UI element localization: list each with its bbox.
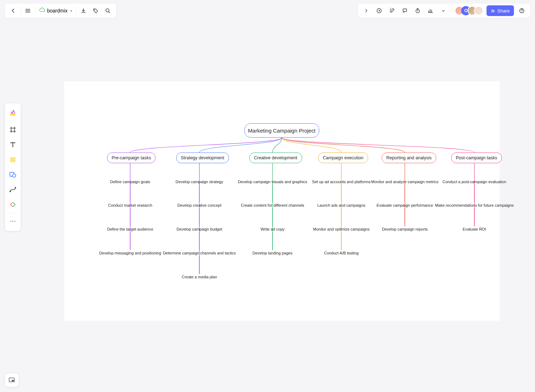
- ai-tool[interactable]: [6, 105, 19, 120]
- separator: [20, 7, 21, 15]
- mindmap-task[interactable]: Conduct market research: [108, 203, 152, 207]
- side-toolbar: [5, 103, 21, 231]
- mindmap-task[interactable]: Develop messaging and positioning: [99, 251, 161, 255]
- separator: [35, 7, 35, 15]
- comment-button[interactable]: [399, 5, 411, 17]
- connector-tool[interactable]: [6, 182, 19, 197]
- document-title[interactable]: boardmix ▾: [36, 7, 75, 14]
- mindmap-root-node[interactable]: Marketing Campaign Project: [244, 123, 319, 138]
- separator: [451, 7, 452, 15]
- text-tool[interactable]: [6, 137, 19, 152]
- svg-point-0: [94, 10, 95, 10]
- cloud-sync-icon: [39, 7, 45, 14]
- svg-point-10: [15, 187, 16, 189]
- more-chevron-button[interactable]: [437, 5, 449, 17]
- sticky-note-tool[interactable]: [6, 152, 19, 167]
- svg-point-11: [10, 221, 11, 222]
- mindmap-task[interactable]: Develop campaign reports: [382, 227, 428, 231]
- svg-point-9: [10, 191, 11, 192]
- mindmap-task[interactable]: Evaluate campaign performance: [377, 203, 433, 207]
- svg-rect-15: [12, 380, 14, 381]
- collaborator-avatars[interactable]: O: [455, 6, 483, 15]
- mindmap-branch[interactable]: Campaign execution: [318, 153, 368, 163]
- mindmap-branch[interactable]: Reporting and analysis: [382, 153, 436, 163]
- mindmap-task[interactable]: Set up ad accounts and platforms: [312, 180, 371, 184]
- branch-label: Post-campaign tasks: [456, 155, 497, 160]
- menu-button[interactable]: [22, 5, 34, 17]
- mindmap-task[interactable]: Write ad copy: [260, 227, 284, 231]
- mindmap-task[interactable]: Create a media plan: [182, 275, 217, 279]
- mindmap-task[interactable]: Develop campaign visuals and graphics: [238, 180, 307, 184]
- branch-label: Creative development: [254, 155, 297, 160]
- separator: [8, 213, 18, 213]
- mindmap-branch[interactable]: Pre-campaign tasks: [107, 153, 156, 163]
- mindmap-task[interactable]: Develop campaign budget: [177, 227, 222, 231]
- document-title-text: boardmix: [47, 8, 68, 14]
- separator: [76, 7, 76, 15]
- mindmap-task[interactable]: Monitor and optimize campaigns: [313, 227, 370, 231]
- mindmap-task[interactable]: Develop landing pages: [253, 251, 292, 255]
- mindmap-task[interactable]: Determine campaign channels and tactics: [163, 251, 236, 255]
- timer-button[interactable]: [412, 5, 424, 17]
- mindmap-task[interactable]: Monitor and analyze campaign metrics: [371, 180, 438, 184]
- minimap-button[interactable]: [5, 373, 19, 387]
- mindmap-task[interactable]: Make recommendations for future campaign…: [435, 203, 514, 207]
- mindmap-task[interactable]: Develop creative concept: [177, 203, 221, 207]
- svg-point-13: [14, 221, 15, 222]
- tag-button[interactable]: [90, 5, 102, 17]
- present-button[interactable]: [373, 5, 385, 17]
- mindmap-task[interactable]: Conduct a post-campaign evaluation: [443, 180, 506, 184]
- svg-point-4: [492, 9, 493, 11]
- svg-rect-6: [10, 113, 16, 115]
- branch-label: Pre-campaign tasks: [112, 155, 151, 160]
- svg-point-12: [12, 221, 14, 222]
- mindmap-branch[interactable]: Creative development: [249, 153, 302, 163]
- download-button[interactable]: [77, 5, 90, 17]
- expand-right-button[interactable]: [360, 5, 372, 17]
- mindmap-task[interactable]: Develop campaign strategy: [175, 180, 223, 184]
- effect-button[interactable]: [386, 5, 398, 17]
- mindmap-task[interactable]: Launch ads and campaigns: [317, 203, 366, 207]
- mindmap-task[interactable]: Define campaign goals: [110, 180, 150, 184]
- shape-tool[interactable]: [6, 167, 19, 182]
- branch-label: Reporting and analysis: [386, 155, 432, 160]
- svg-point-1: [106, 9, 109, 12]
- analytics-button[interactable]: [424, 5, 437, 17]
- back-button[interactable]: [7, 5, 19, 17]
- more-tools[interactable]: [6, 214, 19, 229]
- mindmap-task[interactable]: Conduct A/B testing: [324, 251, 359, 255]
- svg-point-8: [12, 174, 16, 177]
- mindmap-task[interactable]: Create content for different channels: [241, 203, 304, 207]
- frame-tool[interactable]: [6, 122, 19, 137]
- mindmap-task[interactable]: Evaluate ROI: [463, 227, 486, 231]
- root-label: Marketing Campaign Project: [248, 128, 315, 134]
- mindmap-task[interactable]: Define the target audience: [107, 227, 153, 231]
- help-button[interactable]: [516, 5, 528, 17]
- share-label: Share: [497, 8, 510, 14]
- topbar-left: boardmix ▾: [5, 4, 116, 18]
- branch-label: Campaign execution: [323, 155, 363, 160]
- mindmap-tool[interactable]: [6, 197, 19, 212]
- topbar-right: O Share: [358, 4, 530, 18]
- mindmap-branch[interactable]: Post-campaign tasks: [451, 153, 502, 163]
- chevron-down-icon: ▾: [70, 9, 72, 13]
- canvas[interactable]: Marketing Campaign Project Pre-campaign …: [64, 81, 500, 321]
- avatar-initial: O: [464, 8, 468, 13]
- separator: [8, 121, 18, 122]
- branch-label: Strategy development: [181, 155, 224, 160]
- avatar[interactable]: [474, 6, 483, 15]
- mindmap-branch[interactable]: Strategy development: [176, 153, 229, 163]
- mindmap-connectors: [64, 81, 500, 321]
- search-button[interactable]: [102, 5, 114, 17]
- share-button[interactable]: Share: [486, 5, 514, 16]
